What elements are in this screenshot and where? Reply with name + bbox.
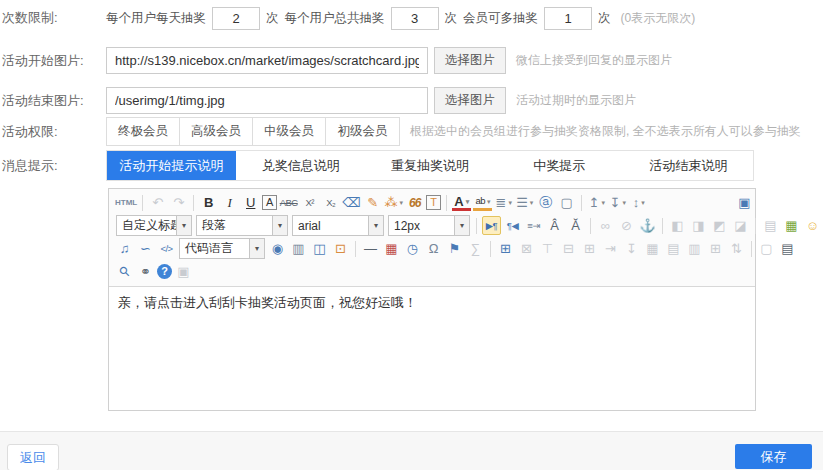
italic-icon[interactable]: I <box>220 193 239 212</box>
limit-input[interactable] <box>391 7 439 30</box>
image-center-icon[interactable]: ◪ <box>731 216 750 235</box>
auto-typeset-icon[interactable]: ⁂▾ <box>384 193 403 212</box>
superscript-icon[interactable]: X² <box>300 193 319 212</box>
image-float-left-icon[interactable]: ◧ <box>668 216 687 235</box>
remove-format-icon[interactable]: ⌫ <box>342 193 361 212</box>
direction-ltr-icon[interactable]: ▶¶ <box>482 216 501 235</box>
insert-table-icon[interactable]: ⊞ <box>496 239 515 258</box>
paragraph-spacing-bottom-icon[interactable]: ↧▾ <box>608 193 627 212</box>
member-group-button[interactable]: 中级会员 <box>253 118 326 145</box>
message-tab[interactable]: 重复抽奖说明 <box>365 151 494 180</box>
insert-col-icon[interactable]: ⊞ <box>580 239 599 258</box>
member-group-button[interactable]: 终极会员 <box>107 118 180 145</box>
chart-icon[interactable]: ◫ <box>310 239 329 258</box>
limit-input[interactable] <box>544 7 592 30</box>
merge-down-icon[interactable]: ↧ <box>622 239 641 258</box>
split-col-icon[interactable]: ▥ <box>685 239 704 258</box>
time-icon[interactable]: ◷ <box>403 239 422 258</box>
subscript-icon[interactable]: X₂ <box>321 193 340 212</box>
undo-icon[interactable]: ↶ <box>148 193 167 212</box>
help-icon[interactable]: ? <box>157 264 172 279</box>
direction-rtl-icon[interactable]: ¶◀ <box>503 216 522 235</box>
custom-title-select[interactable]: 自定义标题▾ <box>116 215 192 236</box>
ordered-list-icon[interactable]: ≣▾ <box>494 193 513 212</box>
editor-content[interactable]: 亲，请点击进入刮刮卡抽奖活动页面，祝您好运哦！ <box>109 287 755 406</box>
char-spacing-increase-icon[interactable]: Â <box>545 216 564 235</box>
chevron-down-icon: ▾ <box>508 199 512 206</box>
image-inline-icon[interactable]: ◨ <box>689 216 708 235</box>
paste-word-icon[interactable]: T <box>426 195 441 210</box>
anchor-text-icon[interactable]: ⓐ <box>536 193 555 212</box>
special-char-icon[interactable]: Ω <box>424 239 443 258</box>
fullscreen-icon[interactable]: ▣ <box>735 193 754 212</box>
unlink-icon[interactable]: ⊘ <box>617 216 636 235</box>
code-language-select[interactable]: 代码语言▾ <box>179 238 265 259</box>
online-image-icon[interactable]: ▦ <box>782 216 801 235</box>
font-size-select[interactable]: 12px▾ <box>388 215 470 236</box>
limit-label: 每个用户每天抽奖 <box>106 10 206 27</box>
map-icon[interactable]: ⚑ <box>445 239 464 258</box>
emotion-icon[interactable]: ☺ <box>803 216 822 235</box>
source-code-icon[interactable]: HTML <box>115 193 137 212</box>
insert-image-icon[interactable]: ▤ <box>761 216 780 235</box>
paste-icon[interactable]: ▣ <box>174 262 193 281</box>
horizontal-rule-icon[interactable]: — <box>361 239 380 258</box>
limit-input[interactable] <box>212 7 260 30</box>
indent-icon[interactable]: ≡⇥ <box>524 216 543 235</box>
insert-row-icon[interactable]: ⊟ <box>559 239 578 258</box>
toolbar-separator <box>590 218 591 234</box>
date-icon[interactable]: ▦ <box>382 239 401 258</box>
format-brush-icon[interactable]: ✎ <box>363 193 382 212</box>
new-page-icon[interactable]: ▢ <box>557 193 576 212</box>
music-icon[interactable]: ♫ <box>115 239 134 258</box>
delete-table-icon[interactable]: ⊠ <box>517 239 536 258</box>
back-button[interactable]: 返回 <box>7 444 59 470</box>
start-image-input[interactable] <box>106 47 428 74</box>
paragraph-format-select[interactable]: 段落▾ <box>196 215 288 236</box>
insert-caption-icon[interactable]: ⊤ <box>538 239 557 258</box>
chevron-down-icon: ▾ <box>530 199 534 206</box>
end-image-pick-button[interactable]: 选择图片 <box>434 87 506 114</box>
message-tab[interactable]: 中奖提示 <box>495 151 624 180</box>
merge-cells-icon[interactable]: ▦ <box>643 239 662 258</box>
attachment-icon[interactable]: ∽ <box>136 239 155 258</box>
image-float-right-icon[interactable]: ◩ <box>710 216 729 235</box>
save-button[interactable]: 保存 <box>735 444 812 469</box>
blockquote-icon[interactable]: 66 <box>405 193 424 212</box>
underline-icon[interactable]: U <box>241 193 260 212</box>
line-height-icon[interactable]: ↕▾ <box>629 193 648 212</box>
template-icon[interactable]: ▥ <box>289 239 308 258</box>
table-sort-icon[interactable]: ⇅ <box>727 239 746 258</box>
message-tab[interactable]: 活动开始提示说明 <box>107 151 236 180</box>
message-tab[interactable]: 兑奖信息说明 <box>236 151 365 180</box>
print-icon[interactable]: ▤ <box>778 239 797 258</box>
font-color-icon[interactable]: A▾ <box>452 194 471 211</box>
end-image-input[interactable] <box>106 87 428 114</box>
redo-icon[interactable]: ↷ <box>169 193 188 212</box>
preview-icon[interactable]: ⚲ <box>111 258 138 285</box>
unordered-list-icon[interactable]: ☰▾ <box>515 193 534 212</box>
message-tab[interactable]: 活动结束说明 <box>624 151 753 180</box>
member-group-button[interactable]: 高级会员 <box>180 118 253 145</box>
formula-icon[interactable]: ∑ <box>466 239 485 258</box>
split-cells-icon[interactable]: ⊞ <box>706 239 725 258</box>
webapp-icon[interactable]: ◉ <box>268 239 287 258</box>
limit-label: 每个用户总共抽奖 <box>285 10 385 27</box>
link-icon[interactable]: ∞ <box>596 216 615 235</box>
font-family-select[interactable]: arial▾ <box>292 215 384 236</box>
highlight-color-icon[interactable]: ab▾ <box>473 194 492 211</box>
char-spacing-decrease-icon[interactable]: Ǎ <box>566 216 585 235</box>
paragraph-spacing-top-icon[interactable]: ↥▾ <box>587 193 606 212</box>
member-group-button[interactable]: 初级会员 <box>326 118 399 145</box>
font-border-icon[interactable]: A <box>262 195 277 210</box>
search-replace-icon[interactable]: ⚭ <box>136 262 155 281</box>
insert-code-icon[interactable]: </> <box>157 239 176 258</box>
bold-icon[interactable]: B <box>199 193 218 212</box>
snapshot-icon[interactable]: ⊡ <box>331 239 350 258</box>
merge-right-icon[interactable]: ⇥ <box>601 239 620 258</box>
background-icon[interactable]: ▢ <box>757 239 776 258</box>
anchor-icon[interactable]: ⚓ <box>638 216 657 235</box>
start-image-pick-button[interactable]: 选择图片 <box>434 47 506 74</box>
split-row-icon[interactable]: ▤ <box>664 239 683 258</box>
strikethrough-icon[interactable]: ABC <box>279 193 298 212</box>
